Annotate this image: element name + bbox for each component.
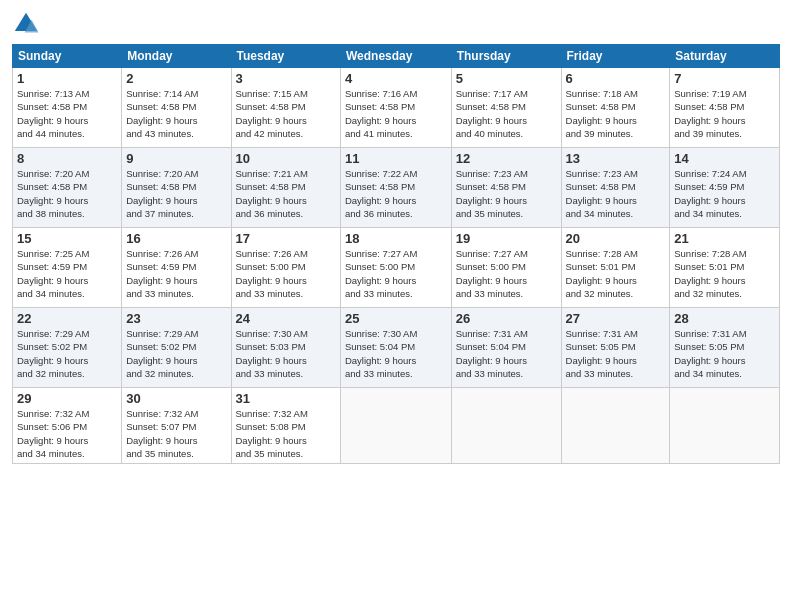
calendar-cell: 20Sunrise: 7:28 AM Sunset: 5:01 PM Dayli… [561,228,670,308]
day-number: 2 [126,71,226,86]
day-info: Sunrise: 7:30 AM Sunset: 5:03 PM Dayligh… [236,327,336,380]
day-number: 4 [345,71,447,86]
calendar-cell: 28Sunrise: 7:31 AM Sunset: 5:05 PM Dayli… [670,308,780,388]
calendar-cell: 9Sunrise: 7:20 AM Sunset: 4:58 PM Daylig… [122,148,231,228]
day-number: 23 [126,311,226,326]
calendar-cell: 3Sunrise: 7:15 AM Sunset: 4:58 PM Daylig… [231,68,340,148]
day-number: 6 [566,71,666,86]
day-header-friday: Friday [561,45,670,68]
day-info: Sunrise: 7:31 AM Sunset: 5:04 PM Dayligh… [456,327,557,380]
day-info: Sunrise: 7:29 AM Sunset: 5:02 PM Dayligh… [126,327,226,380]
week-row-3: 15Sunrise: 7:25 AM Sunset: 4:59 PM Dayli… [13,228,780,308]
day-info: Sunrise: 7:32 AM Sunset: 5:06 PM Dayligh… [17,407,117,460]
calendar-cell: 14Sunrise: 7:24 AM Sunset: 4:59 PM Dayli… [670,148,780,228]
day-number: 10 [236,151,336,166]
day-info: Sunrise: 7:15 AM Sunset: 4:58 PM Dayligh… [236,87,336,140]
calendar-cell: 22Sunrise: 7:29 AM Sunset: 5:02 PM Dayli… [13,308,122,388]
day-info: Sunrise: 7:25 AM Sunset: 4:59 PM Dayligh… [17,247,117,300]
calendar-cell: 30Sunrise: 7:32 AM Sunset: 5:07 PM Dayli… [122,388,231,464]
calendar-cell: 5Sunrise: 7:17 AM Sunset: 4:58 PM Daylig… [451,68,561,148]
day-info: Sunrise: 7:19 AM Sunset: 4:58 PM Dayligh… [674,87,775,140]
day-number: 5 [456,71,557,86]
day-info: Sunrise: 7:21 AM Sunset: 4:58 PM Dayligh… [236,167,336,220]
day-number: 21 [674,231,775,246]
calendar-cell: 24Sunrise: 7:30 AM Sunset: 5:03 PM Dayli… [231,308,340,388]
day-number: 22 [17,311,117,326]
day-info: Sunrise: 7:32 AM Sunset: 5:08 PM Dayligh… [236,407,336,460]
day-number: 25 [345,311,447,326]
calendar-cell: 13Sunrise: 7:23 AM Sunset: 4:58 PM Dayli… [561,148,670,228]
day-number: 1 [17,71,117,86]
day-number: 8 [17,151,117,166]
calendar-cell: 19Sunrise: 7:27 AM Sunset: 5:00 PM Dayli… [451,228,561,308]
day-number: 29 [17,391,117,406]
day-number: 13 [566,151,666,166]
calendar-cell: 8Sunrise: 7:20 AM Sunset: 4:58 PM Daylig… [13,148,122,228]
calendar-cell [561,388,670,464]
day-header-wednesday: Wednesday [340,45,451,68]
day-info: Sunrise: 7:22 AM Sunset: 4:58 PM Dayligh… [345,167,447,220]
day-info: Sunrise: 7:31 AM Sunset: 5:05 PM Dayligh… [674,327,775,380]
calendar-cell: 7Sunrise: 7:19 AM Sunset: 4:58 PM Daylig… [670,68,780,148]
day-info: Sunrise: 7:27 AM Sunset: 5:00 PM Dayligh… [345,247,447,300]
calendar-cell: 29Sunrise: 7:32 AM Sunset: 5:06 PM Dayli… [13,388,122,464]
calendar-cell: 18Sunrise: 7:27 AM Sunset: 5:00 PM Dayli… [340,228,451,308]
calendar-cell: 21Sunrise: 7:28 AM Sunset: 5:01 PM Dayli… [670,228,780,308]
calendar: SundayMondayTuesdayWednesdayThursdayFrid… [12,44,780,464]
day-number: 16 [126,231,226,246]
calendar-cell [340,388,451,464]
day-number: 27 [566,311,666,326]
day-header-sunday: Sunday [13,45,122,68]
calendar-cell: 31Sunrise: 7:32 AM Sunset: 5:08 PM Dayli… [231,388,340,464]
calendar-cell: 25Sunrise: 7:30 AM Sunset: 5:04 PM Dayli… [340,308,451,388]
day-number: 30 [126,391,226,406]
logo [12,10,44,38]
calendar-header-row: SundayMondayTuesdayWednesdayThursdayFrid… [13,45,780,68]
logo-icon [12,10,40,38]
day-info: Sunrise: 7:20 AM Sunset: 4:58 PM Dayligh… [17,167,117,220]
calendar-cell: 15Sunrise: 7:25 AM Sunset: 4:59 PM Dayli… [13,228,122,308]
day-header-thursday: Thursday [451,45,561,68]
day-info: Sunrise: 7:20 AM Sunset: 4:58 PM Dayligh… [126,167,226,220]
day-number: 3 [236,71,336,86]
day-info: Sunrise: 7:31 AM Sunset: 5:05 PM Dayligh… [566,327,666,380]
calendar-cell: 27Sunrise: 7:31 AM Sunset: 5:05 PM Dayli… [561,308,670,388]
day-number: 7 [674,71,775,86]
week-row-5: 29Sunrise: 7:32 AM Sunset: 5:06 PM Dayli… [13,388,780,464]
day-info: Sunrise: 7:27 AM Sunset: 5:00 PM Dayligh… [456,247,557,300]
calendar-cell: 1Sunrise: 7:13 AM Sunset: 4:58 PM Daylig… [13,68,122,148]
page: SundayMondayTuesdayWednesdayThursdayFrid… [0,0,792,612]
day-info: Sunrise: 7:32 AM Sunset: 5:07 PM Dayligh… [126,407,226,460]
day-info: Sunrise: 7:23 AM Sunset: 4:58 PM Dayligh… [566,167,666,220]
day-info: Sunrise: 7:29 AM Sunset: 5:02 PM Dayligh… [17,327,117,380]
day-info: Sunrise: 7:23 AM Sunset: 4:58 PM Dayligh… [456,167,557,220]
week-row-2: 8Sunrise: 7:20 AM Sunset: 4:58 PM Daylig… [13,148,780,228]
day-number: 12 [456,151,557,166]
day-header-tuesday: Tuesday [231,45,340,68]
day-number: 18 [345,231,447,246]
day-number: 28 [674,311,775,326]
day-info: Sunrise: 7:17 AM Sunset: 4:58 PM Dayligh… [456,87,557,140]
calendar-cell: 26Sunrise: 7:31 AM Sunset: 5:04 PM Dayli… [451,308,561,388]
day-info: Sunrise: 7:26 AM Sunset: 4:59 PM Dayligh… [126,247,226,300]
day-number: 26 [456,311,557,326]
week-row-1: 1Sunrise: 7:13 AM Sunset: 4:58 PM Daylig… [13,68,780,148]
day-number: 11 [345,151,447,166]
day-info: Sunrise: 7:26 AM Sunset: 5:00 PM Dayligh… [236,247,336,300]
day-number: 15 [17,231,117,246]
calendar-cell [670,388,780,464]
day-number: 31 [236,391,336,406]
day-info: Sunrise: 7:30 AM Sunset: 5:04 PM Dayligh… [345,327,447,380]
day-number: 24 [236,311,336,326]
day-number: 19 [456,231,557,246]
day-info: Sunrise: 7:13 AM Sunset: 4:58 PM Dayligh… [17,87,117,140]
calendar-cell: 6Sunrise: 7:18 AM Sunset: 4:58 PM Daylig… [561,68,670,148]
calendar-cell: 10Sunrise: 7:21 AM Sunset: 4:58 PM Dayli… [231,148,340,228]
day-info: Sunrise: 7:18 AM Sunset: 4:58 PM Dayligh… [566,87,666,140]
day-info: Sunrise: 7:24 AM Sunset: 4:59 PM Dayligh… [674,167,775,220]
calendar-cell: 17Sunrise: 7:26 AM Sunset: 5:00 PM Dayli… [231,228,340,308]
day-header-monday: Monday [122,45,231,68]
day-number: 9 [126,151,226,166]
calendar-cell: 11Sunrise: 7:22 AM Sunset: 4:58 PM Dayli… [340,148,451,228]
calendar-cell: 2Sunrise: 7:14 AM Sunset: 4:58 PM Daylig… [122,68,231,148]
